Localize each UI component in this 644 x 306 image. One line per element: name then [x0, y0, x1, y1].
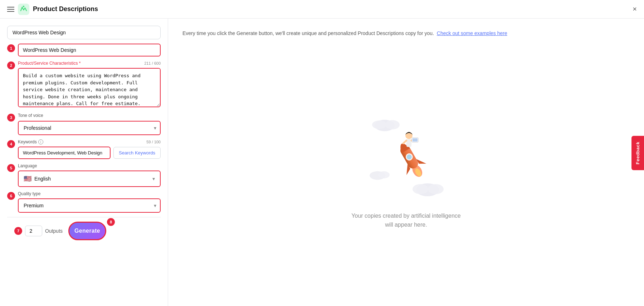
page-title: Product Descriptions [33, 5, 98, 13]
tone-select-wrapper: Professional Casual Formal Friendly Humo… [18, 121, 161, 135]
step-1-row: 1 [7, 44, 161, 56]
step-3-badge: 3 [7, 114, 15, 122]
header-left: Product Descriptions [7, 4, 98, 15]
rocket-illustration [367, 104, 445, 204]
svg-point-3 [385, 120, 400, 129]
keywords-info-icon[interactable]: i [38, 139, 43, 144]
product-name-top-input[interactable] [7, 26, 161, 39]
left-panel: 1 2 Product/Service Characteristics * 21… [0, 19, 168, 306]
svg-point-7 [413, 184, 428, 194]
close-button[interactable]: × [633, 5, 637, 13]
step-2-badge: 2 [7, 61, 15, 69]
step-1-content [18, 44, 161, 56]
svg-rect-1 [23, 6, 24, 7]
generate-button[interactable]: Generate [68, 222, 106, 240]
keywords-char-count: 59 / 100 [146, 140, 161, 144]
keywords-input-row: Search Keywords [18, 147, 161, 159]
tone-select[interactable]: Professional Casual Formal Friendly Humo… [18, 121, 161, 135]
header: Product Descriptions × [0, 0, 644, 19]
right-panel: Every time you click the Generate button… [168, 19, 644, 306]
step-8-badge: 8 [107, 218, 115, 226]
keywords-label-row: Keywords i 59 / 100 [18, 139, 161, 144]
characteristics-textarea[interactable]: Build a custom website using WordPress a… [18, 68, 161, 107]
main-container: 1 2 Product/Service Characteristics * 21… [0, 19, 644, 306]
intro-text: Every time you click the Generate button… [182, 29, 630, 37]
examples-link[interactable]: Check out some examples here [437, 30, 507, 36]
step-6-badge: 6 [7, 192, 15, 200]
svg-point-6 [428, 184, 444, 194]
empty-state-text: Your copies created by artificial intell… [351, 211, 460, 230]
step-5-row: 5 Language 🇺🇸 English ▾ [7, 163, 161, 187]
step-3-row: 3 Tone of voice Professional Casual Form… [7, 113, 161, 135]
svg-point-4 [372, 120, 386, 129]
step-6-content: Quality type Premium Standard ▾ [18, 191, 161, 213]
step-1-badge: 1 [7, 44, 15, 52]
search-keywords-button[interactable]: Search Keywords [113, 147, 161, 159]
characteristics-label: Product/Service Characteristics * [18, 61, 80, 66]
keywords-input[interactable] [18, 147, 111, 159]
bottom-bar: 7 Outputs 8 Generate [7, 217, 161, 245]
svg-rect-19 [413, 138, 418, 142]
language-value: English [34, 176, 51, 182]
language-select[interactable]: 🇺🇸 English ▾ [18, 171, 161, 187]
illustration-area: Your copies created by artificial intell… [182, 51, 630, 282]
outputs-stepper: 7 Outputs [14, 226, 63, 236]
tone-label: Tone of voice [18, 113, 161, 118]
language-chevron-icon: ▾ [152, 176, 155, 182]
quality-select-wrapper: Premium Standard ▾ [18, 198, 161, 213]
svg-point-9 [378, 171, 390, 178]
quality-select[interactable]: Premium Standard [18, 198, 161, 213]
step-4-badge: 4 [7, 140, 15, 148]
step-2-label-row: Product/Service Characteristics * 211 / … [18, 61, 161, 66]
step-5-badge: 5 [7, 164, 15, 172]
language-label: Language [18, 163, 161, 168]
feedback-tab[interactable]: Feedback [631, 136, 644, 170]
quality-label: Quality type [18, 191, 161, 196]
step-5-content: Language 🇺🇸 English ▾ [18, 163, 161, 187]
step-4-row: 4 Keywords i 59 / 100 Search Keywords [7, 139, 161, 159]
language-select-wrapper[interactable]: 🇺🇸 English ▾ [18, 171, 161, 187]
step-1-product-name-input[interactable] [18, 44, 161, 56]
step-2-row: 2 Product/Service Characteristics * 211 … [7, 61, 161, 109]
step-4-content: Keywords i 59 / 100 Search Keywords [18, 139, 161, 159]
step-3-content: Tone of voice Professional Casual Formal… [18, 113, 161, 135]
hamburger-menu[interactable] [7, 7, 14, 12]
outputs-number-input[interactable] [25, 226, 42, 236]
step-7-badge: 7 [14, 227, 22, 235]
characteristics-char-count: 211 / 600 [144, 61, 161, 65]
app-logo-icon [18, 4, 29, 15]
keywords-label: Keywords i [18, 139, 43, 144]
generate-wrapper: 8 Generate [68, 222, 153, 240]
outputs-label: Outputs [45, 228, 63, 234]
step-2-content: Product/Service Characteristics * 211 / … [18, 61, 161, 109]
language-flag-icon: 🇺🇸 [24, 175, 31, 183]
step-6-row: 6 Quality type Premium Standard ▾ [7, 191, 161, 213]
